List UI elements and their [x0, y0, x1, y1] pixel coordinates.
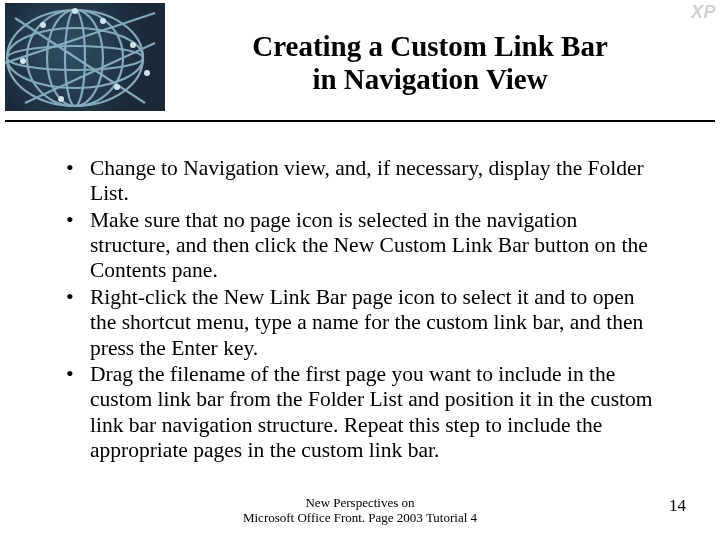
slide-title: Creating a Custom Link Bar in Navigation… [180, 30, 680, 97]
slide-footer: New Perspectives on Microsoft Office Fro… [0, 496, 720, 526]
title-line-2: in Navigation View [312, 63, 547, 95]
svg-point-13 [130, 42, 136, 48]
sphere-icon [5, 3, 165, 111]
list-item: Right-click the New Link Bar page icon t… [62, 285, 662, 361]
header-rule [5, 120, 715, 122]
svg-point-9 [40, 22, 46, 28]
xp-badge: XP [691, 2, 716, 23]
slide-header: Creating a Custom Link Bar in Navigation… [0, 0, 720, 125]
title-line-1: Creating a Custom Link Bar [252, 30, 608, 62]
footer-line-1: New Perspectives on [305, 495, 414, 510]
slide: Creating a Custom Link Bar in Navigation… [0, 0, 720, 540]
svg-point-16 [144, 70, 150, 76]
footer-line-2: Microsoft Office Front. Page 2003 Tutori… [243, 510, 477, 525]
svg-point-12 [72, 8, 78, 14]
list-item: Change to Navigation view, and, if neces… [62, 156, 662, 207]
svg-point-10 [100, 18, 106, 24]
svg-point-14 [58, 96, 64, 102]
svg-point-15 [114, 84, 120, 90]
list-item: Drag the filename of the first page you … [62, 362, 662, 463]
svg-line-6 [15, 18, 145, 103]
slide-body: Change to Navigation view, and, if neces… [62, 156, 662, 464]
svg-line-7 [5, 13, 155, 63]
bullet-list: Change to Navigation view, and, if neces… [62, 156, 662, 463]
page-number: 14 [669, 496, 686, 516]
list-item: Make sure that no page icon is selected … [62, 208, 662, 284]
svg-point-11 [20, 58, 26, 64]
header-image [5, 3, 165, 111]
